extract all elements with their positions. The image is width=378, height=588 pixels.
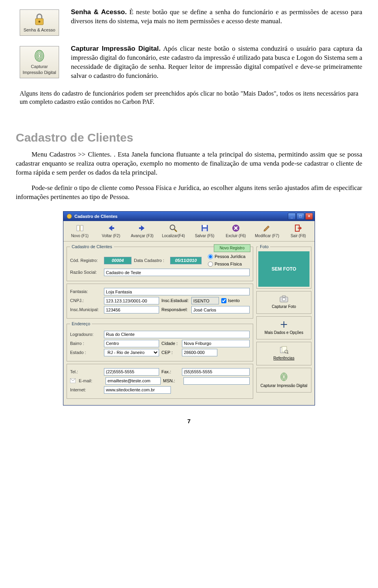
svg-rect-10 <box>203 225 207 227</box>
label-fantasia: Fantasia: <box>70 289 102 295</box>
label-fax: Fax.: <box>161 369 180 375</box>
select-estado[interactable]: RJ - Rio de Janeiro <box>104 349 159 356</box>
input-razao[interactable] <box>104 269 250 276</box>
delete-icon <box>232 224 240 232</box>
capturar-digital-side-button[interactable]: Capturar Impressão Digital <box>256 368 311 393</box>
input-insc-est <box>191 297 219 304</box>
label-logradouro: Logradouro: <box>70 332 102 337</box>
label-email: E-mail: <box>79 378 103 384</box>
input-msn[interactable] <box>183 377 250 385</box>
input-internet[interactable] <box>104 386 171 394</box>
input-logradouro[interactable] <box>104 331 250 338</box>
input-bairro[interactable] <box>104 340 159 347</box>
tool-excluir[interactable]: Excluir (F6) <box>220 223 251 240</box>
label-cidade: Cidade : <box>161 341 180 347</box>
input-email[interactable] <box>106 377 161 385</box>
input-cod[interactable] <box>104 257 132 264</box>
input-resp[interactable] <box>191 306 250 313</box>
input-tel[interactable] <box>104 368 159 376</box>
toolbar: Novo (F1) Voltar (F2) Avançar (F3) Local… <box>63 221 315 242</box>
tool-localizar[interactable]: Localizar(F4) <box>158 223 189 240</box>
fingerprint-icon <box>280 372 288 382</box>
label-cep: CEP : <box>161 350 180 356</box>
save-icon <box>200 224 209 232</box>
capturar-digital-label-2: Impressão Digital <box>23 70 56 75</box>
svg-rect-19 <box>282 347 287 352</box>
arrow-left-icon <box>107 224 115 232</box>
capturar-foto-button[interactable]: Capturar Foto <box>256 291 311 314</box>
tool-voltar[interactable]: Voltar (F2) <box>95 223 126 240</box>
label-insc-est: Insc.Estadual: <box>161 298 189 304</box>
mais-dados-button[interactable]: Mais Dados e Opções <box>256 316 311 340</box>
references-icon <box>280 346 288 354</box>
label-bairro: Bairro : <box>70 341 102 347</box>
app-icon <box>67 214 72 219</box>
group-dados: Fantasia: CNPJ.: Insc.Estadual: Isento I… <box>67 284 253 319</box>
svg-point-6 <box>67 214 72 219</box>
minimize-button[interactable]: _ <box>288 213 296 220</box>
label-estado: Estado : <box>70 350 102 356</box>
plus-icon <box>280 321 288 328</box>
tool-sair[interactable]: Sair (F8) <box>283 223 314 240</box>
tool-avancar[interactable]: Avançar (F3) <box>127 223 158 240</box>
input-cep[interactable] <box>182 349 217 356</box>
window-title: Cadastro de Clientes <box>74 214 117 219</box>
radio-pj[interactable]: Pessoa Jurídica <box>208 254 245 260</box>
group-contato: Tel.: Fax.: E-mail: MSN.: Internet: <box>67 364 253 399</box>
label-cnpj: CNPJ.: <box>70 298 102 304</box>
camera-icon <box>280 295 288 302</box>
senha-acesso-text: Senha & Acesso. È neste botão que se def… <box>71 8 362 26</box>
edit-icon <box>263 224 271 232</box>
input-data[interactable] <box>170 257 202 264</box>
capturar-digital-button[interactable]: Capturar Impressão Digital <box>20 46 59 78</box>
capturar-digital-label-1: Capturar <box>31 64 48 69</box>
capturar-digital-text: Capturar Impressão Digital. Após clicar … <box>71 44 362 81</box>
exit-icon <box>294 224 302 232</box>
label-msn: MSN.: <box>163 378 181 384</box>
svg-line-8 <box>174 229 177 232</box>
svg-point-4 <box>37 53 41 59</box>
svg-rect-11 <box>203 229 207 231</box>
input-fax[interactable] <box>182 368 250 376</box>
checkbox-isento[interactable]: Isento <box>221 298 240 304</box>
svg-line-21 <box>287 353 288 354</box>
email-icon <box>70 378 76 383</box>
input-insc-mun[interactable] <box>104 306 159 313</box>
radio-pf[interactable]: Pessoa Física <box>208 261 245 267</box>
svg-point-16 <box>282 298 285 301</box>
lock-icon <box>32 12 46 26</box>
cadastro-note: Alguns itens do cadastro de funcionários… <box>20 89 358 106</box>
svg-point-24 <box>283 375 285 379</box>
svg-point-7 <box>170 225 175 230</box>
svg-rect-17 <box>282 296 285 297</box>
arrow-right-icon <box>138 224 146 232</box>
svg-point-5 <box>39 54 41 57</box>
input-fantasia[interactable] <box>104 288 250 295</box>
clientes-p1: Menu Cadastros >> Clientes. . Esta Janel… <box>16 150 362 177</box>
label-internet: Internet: <box>70 387 102 393</box>
svg-point-1 <box>39 21 41 23</box>
group-cadastro: Cadastro de Clientes Novo Registro Cód. … <box>67 244 253 281</box>
referencias-button[interactable]: Referências <box>256 342 311 365</box>
tool-novo[interactable]: Novo (F1) <box>64 223 95 240</box>
label-razao: Razão Social: <box>70 269 102 275</box>
input-cnpj[interactable] <box>104 297 159 304</box>
label-resp: Responsável: <box>161 307 189 313</box>
clientes-p2: Pode-se definir o tipo de cliente como P… <box>16 184 362 202</box>
window-titlebar: Cadastro de Clientes _ □ × <box>63 212 315 221</box>
page-number: 7 <box>16 417 362 425</box>
group-foto: Foto SEM FOTO <box>256 244 311 289</box>
foto-preview: SEM FOTO <box>258 251 309 287</box>
tool-modificar[interactable]: Modificar (F7) <box>252 223 283 240</box>
label-tel: Tel.: <box>70 369 102 375</box>
status-novo-registro: Novo Registro <box>214 244 250 252</box>
label-data: Data Cadastro : <box>134 258 168 264</box>
input-cidade[interactable] <box>182 340 250 347</box>
close-button[interactable]: × <box>305 213 313 220</box>
book-icon <box>76 224 84 232</box>
tool-salvar[interactable]: Salvar (F5) <box>189 223 220 240</box>
senha-acesso-button[interactable]: Senha & Acesso <box>20 9 59 36</box>
senha-acesso-label: Senha & Acesso <box>24 28 56 32</box>
maximize-button[interactable]: □ <box>296 213 304 220</box>
section-heading-clientes: Cadastro de Clientes <box>16 130 362 146</box>
